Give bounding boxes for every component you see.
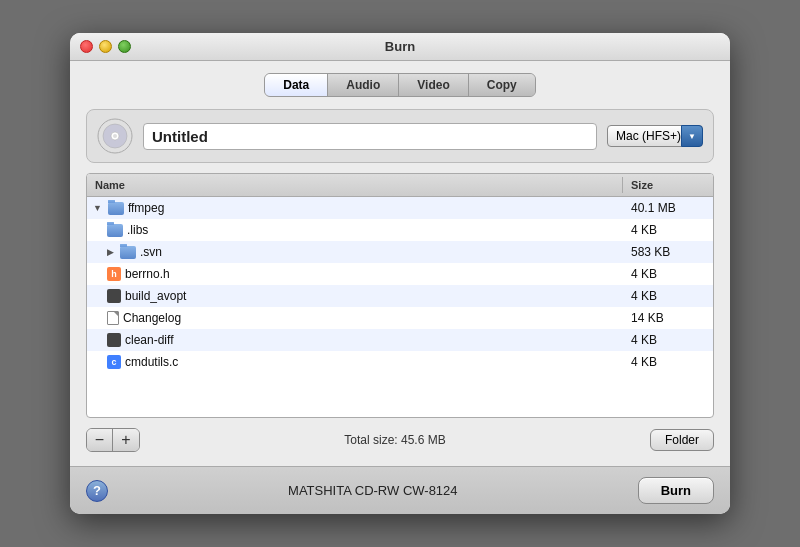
expand-triangle-icon: ▼ [93, 203, 102, 213]
table-row[interactable]: Changelog 14 KB [87, 307, 713, 329]
file-name: .libs [127, 223, 148, 237]
folder-icon [120, 246, 136, 259]
file-list-scroll[interactable]: ▼ ffmpeg 40.1 MB .libs 4 KB [87, 197, 713, 417]
h-file-icon: h [107, 267, 121, 281]
file-name-cell: ▼ ffmpeg [87, 200, 623, 216]
titlebar: Burn [70, 33, 730, 61]
file-name: clean-diff [125, 333, 173, 347]
total-size-label: Total size: 45.6 MB [140, 433, 650, 447]
tab-audio[interactable]: Audio [328, 74, 399, 96]
window-title: Burn [385, 39, 415, 54]
file-size-cell: 583 KB [623, 244, 713, 260]
table-row[interactable]: c cmdutils.c 4 KB [87, 351, 713, 373]
format-select-wrap: Mac (HFS+) ISO 9660 UDF [607, 125, 703, 147]
table-row[interactable]: .libs 4 KB [87, 219, 713, 241]
folder-icon [107, 224, 123, 237]
burn-button[interactable]: Burn [638, 477, 714, 504]
executable-file-icon [107, 289, 121, 303]
add-remove-buttons: − + [86, 428, 140, 452]
close-button[interactable] [80, 40, 93, 53]
file-list-header: Name Size [87, 174, 713, 197]
remove-button[interactable]: − [87, 429, 113, 451]
window-body: Data Audio Video Copy Mac (HFS+) ISO 966… [70, 61, 730, 466]
file-name-cell: c cmdutils.c [87, 354, 623, 370]
file-name: .svn [140, 245, 162, 259]
format-select[interactable]: Mac (HFS+) ISO 9660 UDF [607, 125, 703, 147]
file-size-cell: 4 KB [623, 288, 713, 304]
executable-file-icon [107, 333, 121, 347]
add-button[interactable]: + [113, 429, 139, 451]
file-name: build_avopt [125, 289, 186, 303]
file-name-cell: ▶ .svn [87, 244, 623, 260]
traffic-lights [80, 40, 131, 53]
disc-name-input[interactable] [143, 123, 597, 150]
help-button[interactable]: ? [86, 480, 108, 502]
file-name: ffmpeg [128, 201, 164, 215]
footer: ? MATSHITA CD-RW CW-8124 Burn [70, 466, 730, 514]
file-name-cell: Changelog [87, 310, 623, 326]
tab-copy[interactable]: Copy [469, 74, 535, 96]
col-name-header: Name [87, 177, 623, 193]
table-row[interactable]: h berrno.h 4 KB [87, 263, 713, 285]
file-name-cell: h berrno.h [87, 266, 623, 282]
drive-label: MATSHITA CD-RW CW-8124 [108, 483, 638, 498]
folder-icon [108, 202, 124, 215]
table-row[interactable]: ▶ .svn 583 KB [87, 241, 713, 263]
maximize-button[interactable] [118, 40, 131, 53]
table-row[interactable]: clean-diff 4 KB [87, 329, 713, 351]
file-name-cell: clean-diff [87, 332, 623, 348]
disc-icon [97, 118, 133, 154]
table-row[interactable]: ▼ ffmpeg 40.1 MB [87, 197, 713, 219]
file-name: berrno.h [125, 267, 170, 281]
tabs: Data Audio Video Copy [264, 73, 535, 97]
folder-button[interactable]: Folder [650, 429, 714, 451]
file-name-cell: build_avopt [87, 288, 623, 304]
file-size-cell: 14 KB [623, 310, 713, 326]
tab-video[interactable]: Video [399, 74, 468, 96]
file-size-cell: 4 KB [623, 222, 713, 238]
svg-point-3 [113, 134, 117, 138]
disc-row: Mac (HFS+) ISO 9660 UDF [86, 109, 714, 163]
file-name: cmdutils.c [125, 355, 178, 369]
bottom-bar: − + Total size: 45.6 MB Folder [86, 428, 714, 452]
file-size-cell: 4 KB [623, 354, 713, 370]
file-size-cell: 4 KB [623, 266, 713, 282]
tab-data[interactable]: Data [265, 74, 328, 96]
main-window: Burn Data Audio Video Copy [70, 33, 730, 514]
file-name: Changelog [123, 311, 181, 325]
c-file-icon: c [107, 355, 121, 369]
file-list-container: Name Size ▼ ffmpeg 40.1 MB [86, 173, 714, 418]
tabs-container: Data Audio Video Copy [86, 73, 714, 97]
minimize-button[interactable] [99, 40, 112, 53]
table-row[interactable]: build_avopt 4 KB [87, 285, 713, 307]
text-file-icon [107, 311, 119, 325]
file-name-cell: .libs [87, 222, 623, 238]
col-size-header: Size [623, 177, 713, 193]
file-size-cell: 40.1 MB [623, 200, 713, 216]
expand-triangle-icon: ▶ [107, 247, 114, 257]
file-size-cell: 4 KB [623, 332, 713, 348]
